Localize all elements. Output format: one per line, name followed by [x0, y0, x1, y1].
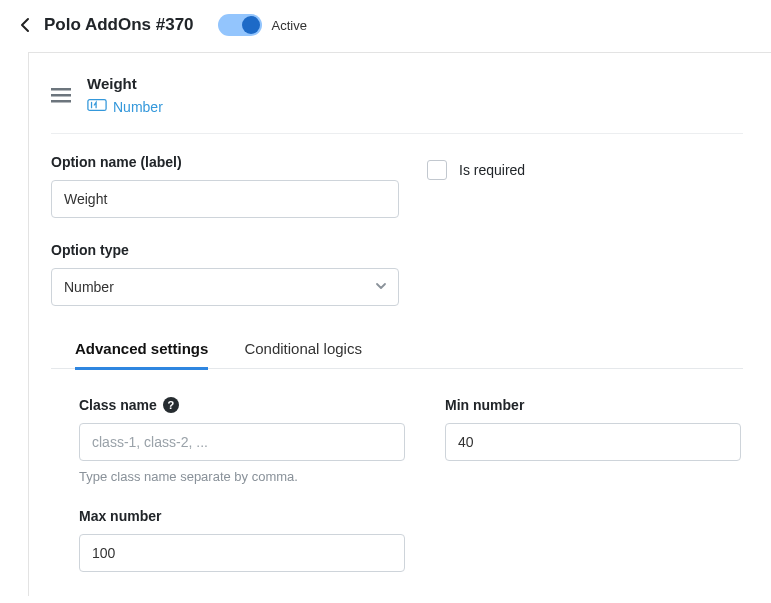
- active-toggle[interactable]: [218, 14, 262, 36]
- drag-handle-icon[interactable]: [51, 75, 71, 106]
- option-name-input[interactable]: [51, 180, 399, 218]
- option-type-tag-label: Number: [113, 99, 163, 115]
- divider: [51, 133, 743, 134]
- is-required-label: Is required: [459, 162, 525, 178]
- class-name-input[interactable]: [79, 423, 405, 461]
- option-type-select[interactable]: Number: [51, 268, 399, 306]
- min-number-label: Min number: [445, 397, 741, 413]
- page-header: Polo AddOns #370 Active: [0, 0, 771, 52]
- settings-tabs: Advanced settings Conditional logics: [51, 330, 743, 369]
- tab-advanced-settings[interactable]: Advanced settings: [75, 330, 208, 370]
- svg-rect-0: [51, 88, 71, 91]
- number-field-icon: [87, 98, 107, 115]
- min-number-input[interactable]: [445, 423, 741, 461]
- page-title: Polo AddOns #370: [44, 15, 194, 35]
- option-panel: Weight Number Option name (label) Is req…: [28, 52, 771, 596]
- option-type-tag: Number: [87, 98, 163, 115]
- svg-rect-2: [51, 100, 71, 103]
- svg-rect-3: [88, 100, 106, 111]
- option-type-label: Option type: [51, 242, 743, 258]
- tab-conditional-logics[interactable]: Conditional logics: [244, 330, 362, 370]
- is-required-checkbox[interactable]: [427, 160, 447, 180]
- max-number-label: Max number: [79, 508, 405, 524]
- max-number-input[interactable]: [79, 534, 405, 572]
- back-chevron-icon[interactable]: [16, 16, 34, 34]
- help-icon[interactable]: ?: [163, 397, 179, 413]
- option-header: Weight Number: [51, 75, 743, 133]
- active-toggle-label: Active: [272, 18, 307, 33]
- svg-rect-1: [51, 94, 71, 97]
- advanced-settings-body: Class name ? Type class name separate by…: [51, 369, 743, 572]
- option-name-label: Option name (label): [51, 154, 399, 170]
- class-name-label: Class name ?: [79, 397, 405, 413]
- class-name-hint: Type class name separate by comma.: [79, 469, 405, 484]
- option-title: Weight: [87, 75, 163, 92]
